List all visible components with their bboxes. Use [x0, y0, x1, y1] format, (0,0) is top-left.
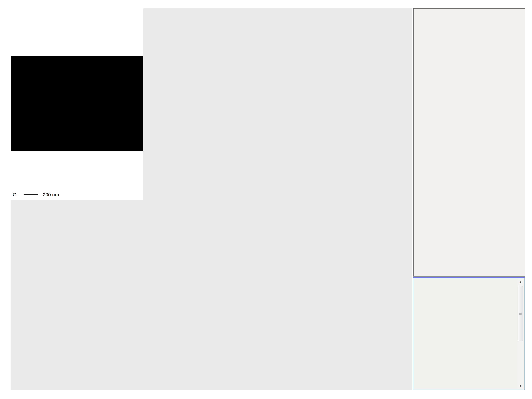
maps-area: O200 um	[11, 8, 412, 390]
element-map-o[interactable]	[11, 56, 143, 151]
scrollbar-up-button[interactable]: ▲	[518, 279, 524, 285]
scale-bar-text: 200 um	[43, 192, 59, 197]
info-panel: ▲ ▼	[413, 278, 525, 390]
bottom-strip	[0, 390, 532, 392]
map-element-label: O	[13, 192, 20, 197]
separator-bar	[413, 277, 525, 278]
scrollbar-down-icon: ▼	[519, 384, 522, 387]
map-label-row-o: O200 um	[13, 191, 59, 198]
map-panel-o: O200 um	[11, 8, 143, 200]
scrollbar-down-button[interactable]: ▼	[518, 383, 524, 389]
scrollbar-grip-icon	[519, 312, 522, 315]
scrollbar-thumb[interactable]	[518, 286, 523, 341]
scale-bar-line	[24, 194, 38, 195]
scrollbar-up-icon: ▲	[519, 280, 522, 284]
legend-panel	[413, 8, 525, 277]
info-scrollbar[interactable]: ▲ ▼	[518, 279, 524, 389]
